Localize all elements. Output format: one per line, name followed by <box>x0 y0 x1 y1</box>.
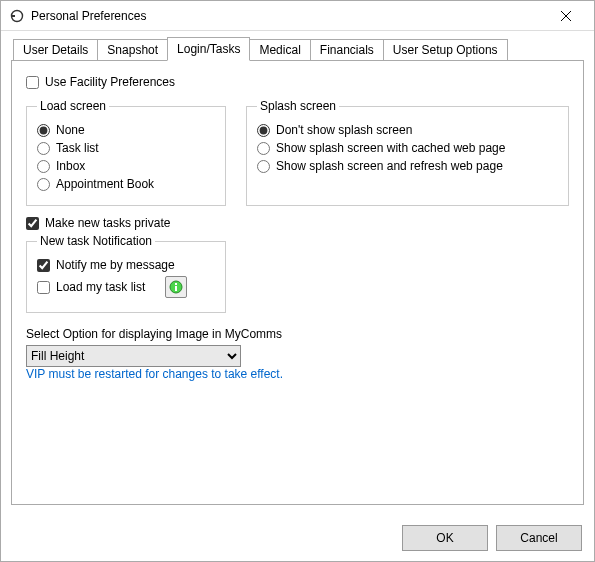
splash-cached-label: Show splash screen with cached web page <box>276 141 505 155</box>
tab-financials[interactable]: Financials <box>310 39 384 60</box>
load-appt-row[interactable]: Appointment Book <box>37 177 215 191</box>
make-private-row[interactable]: Make new tasks private <box>26 216 569 230</box>
load-inbox-label: Inbox <box>56 159 85 173</box>
load-none-radio[interactable] <box>37 124 50 137</box>
make-private-checkbox[interactable] <box>26 217 39 230</box>
notify-msg-row[interactable]: Notify me by message <box>37 258 215 272</box>
info-button[interactable] <box>165 276 187 298</box>
splash-screen-group: Splash screen Don't show splash screen S… <box>246 99 569 206</box>
splash-cached-radio[interactable] <box>257 142 270 155</box>
tab-login-tasks[interactable]: Login/Tasks <box>167 37 250 61</box>
use-facility-row[interactable]: Use Facility Preferences <box>26 75 569 89</box>
window-title: Personal Preferences <box>31 9 546 23</box>
footer: OK Cancel <box>1 515 594 561</box>
svg-rect-5 <box>175 286 177 291</box>
tab-strip: User Details Snapshot Login/Tasks Medica… <box>13 37 584 60</box>
svg-rect-1 <box>11 15 15 17</box>
notify-msg-checkbox[interactable] <box>37 259 50 272</box>
tab-medical[interactable]: Medical <box>249 39 310 60</box>
load-list-checkbox[interactable] <box>37 281 50 294</box>
tab-user-setup-options[interactable]: User Setup Options <box>383 39 508 60</box>
svg-rect-6 <box>175 283 177 285</box>
load-appt-radio[interactable] <box>37 178 50 191</box>
load-tasklist-label: Task list <box>56 141 99 155</box>
splash-dont-radio[interactable] <box>257 124 270 137</box>
tab-pane: Use Facility Preferences Load screen Non… <box>11 60 584 505</box>
load-none-label: None <box>56 123 85 137</box>
close-button[interactable] <box>546 2 586 30</box>
splash-refresh-row[interactable]: Show splash screen and refresh web page <box>257 159 558 173</box>
use-facility-checkbox[interactable] <box>26 76 39 89</box>
load-screen-legend: Load screen <box>37 99 109 113</box>
app-icon <box>9 8 25 24</box>
splash-legend: Splash screen <box>257 99 339 113</box>
tab-snapshot[interactable]: Snapshot <box>97 39 168 60</box>
splash-cached-row[interactable]: Show splash screen with cached web page <box>257 141 558 155</box>
cancel-button[interactable]: Cancel <box>496 525 582 551</box>
load-appt-label: Appointment Book <box>56 177 154 191</box>
make-private-label: Make new tasks private <box>45 216 170 230</box>
load-tasklist-row[interactable]: Task list <box>37 141 215 155</box>
notification-group: New task Notification Notify me by messa… <box>26 234 226 313</box>
notify-msg-label: Notify me by message <box>56 258 175 272</box>
load-inbox-row[interactable]: Inbox <box>37 159 215 173</box>
ok-button[interactable]: OK <box>402 525 488 551</box>
load-inbox-radio[interactable] <box>37 160 50 173</box>
splash-refresh-radio[interactable] <box>257 160 270 173</box>
load-list-row: Load my task list <box>37 276 215 298</box>
load-screen-group: Load screen None Task list Inbox Appoint… <box>26 99 226 206</box>
titlebar: Personal Preferences <box>1 1 594 31</box>
load-none-row[interactable]: None <box>37 123 215 137</box>
notification-legend: New task Notification <box>37 234 155 248</box>
splash-dont-row[interactable]: Don't show splash screen <box>257 123 558 137</box>
tab-user-details[interactable]: User Details <box>13 39 98 60</box>
load-tasklist-radio[interactable] <box>37 142 50 155</box>
use-facility-label: Use Facility Preferences <box>45 75 175 89</box>
load-list-label-wrap[interactable]: Load my task list <box>37 280 145 294</box>
mycomms-label: Select Option for displaying Image in My… <box>26 327 569 341</box>
splash-refresh-label: Show splash screen and refresh web page <box>276 159 503 173</box>
mycomms-select[interactable]: Fill Height <box>26 345 241 367</box>
mycomms-row: Select Option for displaying Image in My… <box>26 327 569 367</box>
splash-dont-label: Don't show splash screen <box>276 123 412 137</box>
restart-note: VIP must be restarted for changes to tak… <box>26 367 569 385</box>
load-list-label: Load my task list <box>56 280 145 294</box>
